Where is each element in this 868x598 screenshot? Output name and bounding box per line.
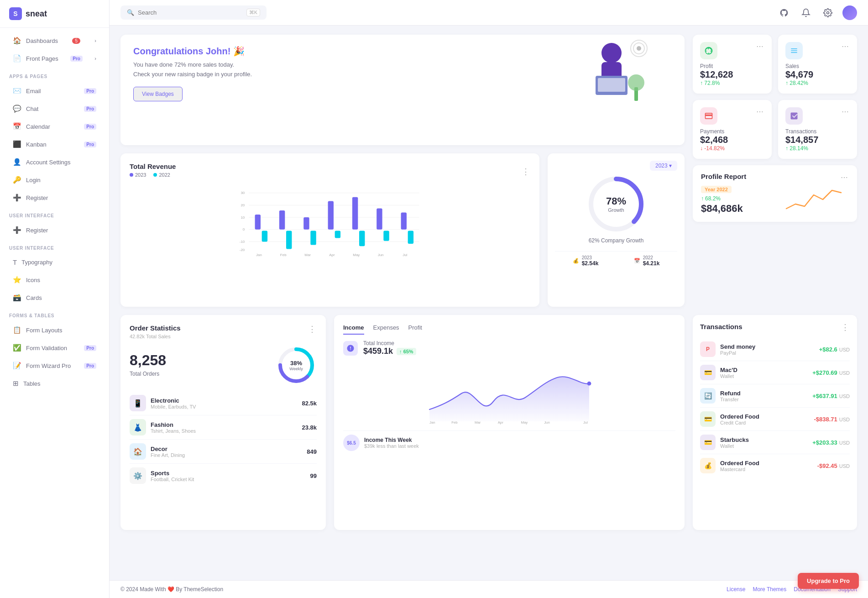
notification-icon[interactable] (799, 5, 813, 20)
tx-icon-wallet2: 💳 (700, 435, 716, 450)
upgrade-button[interactable]: Upgrade to Pro (798, 573, 859, 589)
profile-report-card: Profile Report ⋯ Year 2022 ↑ 68.2% $84,6… (693, 165, 857, 222)
footer-license[interactable]: License (727, 586, 745, 593)
profile-report-more[interactable]: ⋯ (841, 173, 849, 182)
week-icon: $6.5 (343, 435, 360, 451)
tab-profit[interactable]: Profit (408, 324, 422, 335)
user-icon: 👤 (13, 158, 21, 166)
sidebar-item-email[interactable]: ✉️ Email Pro (4, 82, 105, 100)
sidebar-item-register[interactable]: ➕ Register (4, 189, 105, 206)
stats-grid: ⋯ Profit $12,628 ↑ 72.8% ⋯ Sales $4,6 (693, 35, 857, 159)
payments-change: ↓ -14.82% (700, 145, 764, 152)
sidebar-item-calendar[interactable]: 📅 Calendar Pro (4, 118, 105, 135)
transactions-more[interactable]: ⋮ (841, 322, 850, 332)
svg-point-6 (628, 74, 644, 91)
profile-value: $84,686k (701, 203, 771, 215)
transactions-more[interactable]: ⋯ (842, 107, 850, 116)
profile-change: ↑ 68.2% (701, 195, 771, 202)
sidebar-item-front-pages[interactable]: 📄 Front Pages Pro › (4, 50, 105, 67)
sidebar-label: Email (26, 88, 41, 94)
profit-more[interactable]: ⋯ (756, 42, 764, 51)
svg-rect-31 (335, 231, 340, 238)
copyright: © 2024 Made With ❤️ By ThemeSelection (120, 586, 223, 593)
revenue-more[interactable]: ⋮ (522, 167, 530, 177)
tx-icon-paypal: P (700, 341, 716, 357)
sidebar-item-form-validation[interactable]: ✅ Form Validation Pro (4, 339, 105, 357)
sidebar-label: Typography (21, 259, 52, 266)
order-more[interactable]: ⋮ (308, 324, 317, 334)
footer-more-themes[interactable]: More Themes (753, 586, 786, 593)
revenue-chart-card: Total Revenue 2023 2022 ⋮ 30 20 10 (120, 153, 539, 307)
sidebar-item-kanban[interactable]: ⬛ Kanban Pro (4, 136, 105, 153)
order-statistics-card: Order Statistics 42.82k Total Sales ⋮ 8,… (120, 315, 326, 530)
tx-item: 💳 StarbucksWallet +$203.33USD (700, 431, 850, 454)
sidebar-item-dashboards[interactable]: 🏠 Dashboards 5 › (4, 32, 105, 49)
icons-icon: ⭐ (13, 276, 21, 284)
chat-icon: 💬 (13, 105, 21, 113)
settings-icon[interactable] (821, 5, 835, 20)
sidebar-item-cards[interactable]: 🗃️ Cards (4, 289, 105, 306)
svg-point-1 (601, 43, 622, 63)
mail-icon: ✉️ (13, 87, 21, 95)
growth-card: 2023 ▾ 78% Growth 62% Company Growth (548, 153, 685, 307)
form-validation-icon: ✅ (13, 344, 21, 352)
sidebar-item-login[interactable]: 🔑 Login (4, 171, 105, 189)
footer: © 2024 Made With ❤️ By ThemeSelection Li… (110, 580, 868, 598)
sidebar-item-icons[interactable]: ⭐ Icons (4, 271, 105, 289)
search-input[interactable] (138, 9, 243, 16)
order-item: 👗 FashionTshirt, Jeans, Shoes 23.8k (130, 415, 317, 440)
year-selector[interactable]: 2023 ▾ (650, 161, 677, 171)
svg-text:Jun: Jun (378, 252, 384, 257)
order-item: 📱 ElectronicMobile, Earbuds, TV 82.5k (130, 391, 317, 415)
sidebar-label: Tables (23, 380, 41, 387)
svg-text:10: 10 (241, 215, 245, 220)
svg-rect-33 (383, 231, 389, 241)
svg-text:-10: -10 (240, 240, 245, 244)
svg-text:May: May (353, 252, 360, 257)
stat-transactions-top: ⋯ Transactions $14,857 ↑ 28.14% (778, 100, 857, 159)
transactions-card: Transactions ⋮ P Send moneyPayPal +$82.6… (693, 315, 857, 530)
order-label: Total Orders (130, 371, 166, 377)
search-box[interactable]: 🔍 ⌘K (120, 5, 267, 20)
tab-expenses[interactable]: Expenses (373, 324, 399, 335)
cards-icon: 🗃️ (13, 294, 21, 302)
sidebar-item-register2[interactable]: ➕ Register (4, 221, 105, 239)
sidebar-item-account-settings[interactable]: 👤 Account Settings (4, 153, 105, 171)
svg-text:Jul: Jul (583, 420, 588, 425)
topbar-right (777, 5, 857, 20)
sidebar-label: Register (26, 227, 48, 234)
tab-income[interactable]: Income (343, 324, 364, 335)
growth-sub: 62% Company Growth (555, 237, 677, 244)
section-label-ui2: USER INTERFACE (0, 239, 109, 253)
profit-label: Profit (700, 63, 764, 69)
pro-badge: Pro (84, 345, 96, 351)
profile-report-title: Profile Report (701, 173, 746, 180)
order-subtitle: 42.82k Total Sales (130, 334, 181, 339)
order-item: 🏠 DecorFine Art, Dining 849 (130, 440, 317, 464)
order-item: ⚙️ SportsFootball, Cricket Kit 99 (130, 464, 317, 488)
tx-item: 💳 Mac'DWallet +$270.69USD (700, 361, 850, 384)
sidebar-item-form-wizard[interactable]: 📝 Form Wizard Pro Pro (4, 357, 105, 374)
view-badges-button[interactable]: View Badges (133, 87, 183, 101)
revenue-legend: 2023 2022 (130, 172, 176, 178)
section-label-apps: APPS & PAGES (0, 68, 109, 82)
avatar[interactable] (842, 5, 857, 20)
sidebar-item-form-layouts[interactable]: 📋 Form Layouts (4, 321, 105, 339)
svg-text:Mar: Mar (475, 420, 481, 425)
payments-label: Payments (700, 128, 764, 135)
payments-more[interactable]: ⋯ (756, 107, 764, 116)
sales-change: ↑ 28.42% (785, 80, 850, 86)
sales-more[interactable]: ⋯ (842, 42, 850, 51)
svg-point-47 (587, 382, 591, 386)
fashion-icon: 👗 (130, 419, 146, 435)
search-shortcut: ⌘K (246, 9, 260, 16)
github-icon[interactable] (777, 5, 791, 20)
order-donut: 38% Weekly (276, 345, 317, 386)
sidebar-label: Icons (26, 277, 40, 283)
transactions-change: ↑ 28.14% (785, 145, 850, 152)
sidebar-item-typography[interactable]: T Typography (4, 254, 105, 271)
transactions-label: Transactions (785, 128, 850, 135)
profit-icon (700, 42, 717, 59)
sidebar-item-tables[interactable]: ⊞ Tables (4, 375, 105, 392)
sidebar-item-chat[interactable]: 💬 Chat Pro (4, 100, 105, 117)
